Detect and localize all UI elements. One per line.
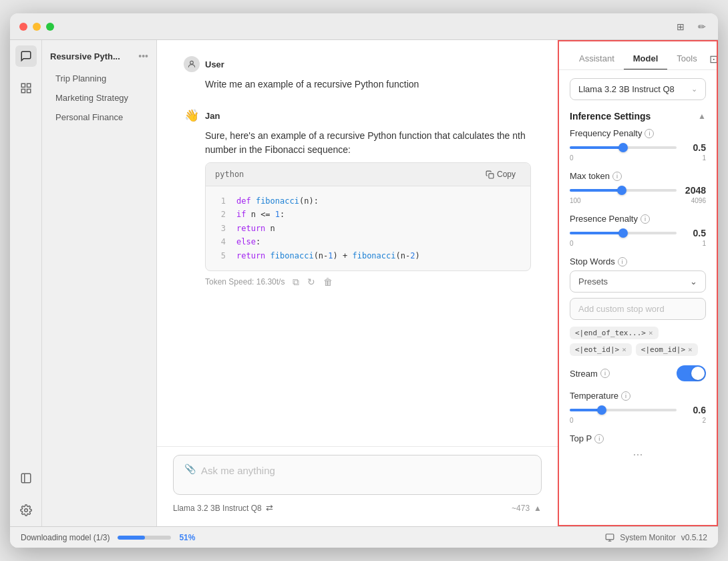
grid-icon[interactable]: ⊞ (674, 20, 687, 33)
code-content: 1 def fibonacci(n): 2 if n <= 1: 3 (206, 186, 530, 270)
code-lang: python (215, 168, 244, 180)
split-view-icon[interactable]: ⊡ (709, 53, 718, 65)
inference-settings-title: Inference Settings (570, 111, 651, 122)
svg-rect-0 (21, 83, 25, 87)
max-token-slider-labels: 100 4096 (570, 197, 706, 204)
frequency-penalty-setting: Frequency Penalty i 0.5 0 1 (570, 128, 706, 162)
presence-penalty-info-icon[interactable]: i (641, 214, 650, 224)
stop-words-setting: Stop Words i Presets ⌄ Add custom stop w… (570, 256, 706, 356)
temperature-value: 0.6 (682, 405, 706, 415)
chat-icon[interactable] (15, 45, 37, 67)
more-options-icon[interactable]: ••• (138, 51, 148, 61)
sidebar-item-personal-finance[interactable]: Personal Finance (47, 108, 151, 126)
assistant-message-header: 👋 Jan (184, 108, 531, 124)
top-p-info-icon[interactable]: i (594, 434, 604, 443)
chat-input-box[interactable]: 📎 Ask me anything (173, 455, 542, 495)
sidebar-content: Resursive Pyth... ••• Trip Planning Mark… (42, 40, 156, 526)
stop-words-dropdown[interactable]: Presets ⌄ (570, 270, 706, 293)
copy-button[interactable]: Copy (480, 168, 521, 180)
presence-penalty-slider-labels: 0 1 (570, 240, 706, 247)
chat-area: User Write me an example of a recursive … (157, 40, 558, 526)
user-message-header: User (184, 56, 531, 72)
maximize-button[interactable] (46, 23, 54, 31)
stop-word-input[interactable]: Add custom stop word (570, 298, 706, 320)
monitor-icon (605, 533, 614, 542)
frequency-penalty-thumb[interactable] (618, 143, 628, 152)
max-token-setting: Max token i 2048 100 4096 (570, 171, 706, 204)
code-header: python Copy (206, 163, 530, 186)
max-token-slider[interactable]: 2048 (570, 185, 706, 196)
stop-words-info-icon[interactable]: i (618, 257, 627, 266)
max-token-info-icon[interactable]: i (612, 172, 622, 181)
download-label: Downloading model (1/3) (21, 533, 110, 542)
svg-rect-2 (21, 89, 25, 93)
tab-model[interactable]: Model (624, 48, 668, 70)
attachment-icon[interactable]: 📎 (184, 463, 196, 474)
chevron-down-stop-words-icon: ⌄ (690, 276, 697, 287)
panel-body: Llama 3.2 3B Instruct Q8 ⌄ Inference Set… (559, 70, 717, 525)
expand-icon[interactable]: ▲ (534, 504, 542, 513)
stop-word-tag: <|eot_id|> × (570, 343, 632, 356)
frequency-penalty-info-icon[interactable]: i (645, 129, 654, 138)
max-token-thumb[interactable] (617, 186, 626, 195)
code-line: 4 else: (215, 235, 521, 248)
top-p-setting: Top P i ··· (570, 433, 706, 461)
svg-rect-1 (27, 83, 30, 87)
remove-tag-1-icon[interactable]: × (622, 345, 626, 354)
system-monitor-label[interactable]: System Monitor (620, 533, 675, 542)
top-p-label: Top P i (570, 433, 706, 443)
apps-icon[interactable] (15, 77, 37, 99)
collapse-icon[interactable]: ▲ (698, 112, 706, 121)
tab-assistant[interactable]: Assistant (570, 48, 624, 70)
assistant-message-content: Sure, here's an example of a recursive P… (184, 129, 531, 271)
presence-penalty-track (570, 232, 677, 234)
presence-penalty-thumb[interactable] (618, 228, 628, 238)
stop-words-label: Stop Words i (570, 256, 706, 266)
frequency-penalty-label: Frequency Penalty i (570, 128, 706, 138)
copy-message-icon[interactable]: ⧉ (293, 276, 299, 288)
remove-tag-0-icon[interactable]: × (649, 329, 653, 337)
stream-toggle[interactable] (677, 365, 706, 381)
sidebar-bottom-settings-icon[interactable] (15, 500, 37, 521)
model-selector-panel[interactable]: Llama 3.2 3B Instruct Q8 ⌄ (570, 78, 706, 100)
sidebar-item-marketing-strategy[interactable]: Marketing Strategy (47, 89, 151, 107)
temperature-thumb[interactable] (597, 405, 606, 415)
svg-rect-4 (21, 474, 31, 483)
presence-penalty-setting: Presence Penalty i 0.5 0 1 (570, 214, 706, 247)
svg-rect-7 (489, 173, 494, 178)
stream-info-icon[interactable]: i (600, 369, 610, 378)
temperature-slider[interactable]: 0.6 (570, 405, 706, 415)
temperature-slider-labels: 0 2 (570, 417, 706, 424)
download-progress-bar (118, 536, 171, 540)
temperature-info-icon[interactable]: i (621, 391, 630, 401)
chevron-down-icon: ⌄ (691, 85, 697, 94)
delete-message-icon[interactable]: 🗑 (323, 276, 333, 287)
sidebar-item-trip-planning[interactable]: Trip Planning (47, 69, 151, 87)
right-panel: Assistant Model Tools ⊡ ⓘ Llama 3.2 3B I… (558, 40, 718, 526)
user-avatar (184, 56, 200, 72)
regenerate-icon[interactable]: ↻ (307, 276, 315, 287)
frequency-penalty-slider[interactable]: 0.5 (570, 142, 706, 153)
token-speed: Token Speed: 16.30t/s (205, 277, 285, 287)
remove-tag-2-icon[interactable]: × (688, 345, 693, 354)
code-line: 5 return fibonacci(n-1) + fibonacci(n-2) (215, 249, 521, 262)
main-layout: Resursive Pyth... ••• Trip Planning Mark… (10, 40, 718, 526)
sidebar-nav-icons (10, 40, 42, 526)
model-swap-icon[interactable]: ⇄ (266, 503, 273, 513)
svg-point-5 (24, 509, 27, 512)
edit-icon[interactable]: ✏ (695, 20, 709, 33)
close-button[interactable] (19, 23, 27, 31)
frequency-penalty-value: 0.5 (682, 142, 706, 153)
user-message: User Write me an example of a recursive … (184, 56, 531, 91)
sidebar-bottom-layout-icon[interactable] (15, 467, 37, 489)
sidebar-header: Resursive Pyth... ••• (42, 45, 156, 67)
bottom-right: System Monitor v0.5.12 (605, 533, 707, 542)
tab-tools[interactable]: Tools (667, 48, 706, 70)
current-chat-title: Resursive Pyth... (50, 51, 133, 61)
presence-penalty-slider[interactable]: 0.5 (570, 228, 706, 238)
code-line: 3 return n (215, 222, 521, 235)
minimize-button[interactable] (33, 23, 41, 31)
chat-input-placeholder[interactable]: Ask me anything (201, 463, 530, 478)
model-selector-bottom[interactable]: Llama 3.2 3B Instruct Q8 ⇄ (173, 503, 273, 513)
stream-toggle-thumb (691, 367, 705, 380)
